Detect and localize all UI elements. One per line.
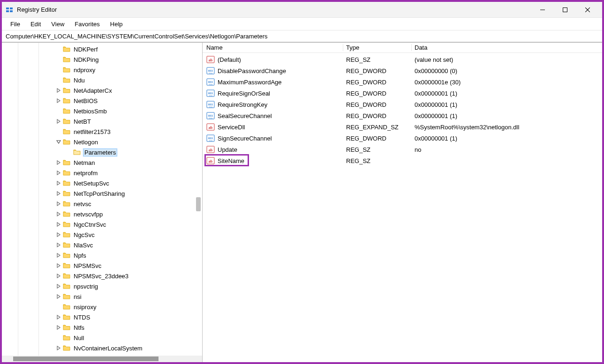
tree-item[interactable]: NetTcpPortSharing [2,188,202,199]
tree-item[interactable]: Parameters [2,147,202,157]
chevron-right-icon[interactable] [55,170,62,176]
tree-item[interactable]: NetAdapterCx [2,85,202,96]
tree-item[interactable]: NlaSvc [2,240,202,250]
content-area: NDKPerf NDKPing ndproxy Ndu NetAdapterCx… [2,42,602,362]
tree-item[interactable]: NDKPerf [2,44,202,54]
value-data: 0x00000001 (1) [412,112,602,119]
chevron-right-icon[interactable] [55,97,62,104]
tree-item[interactable]: NTDS [2,312,202,322]
tree-item[interactable]: Ndu [2,75,202,85]
folder-icon [63,345,70,351]
chevron-right-icon[interactable] [55,211,62,217]
tree-item[interactable]: netprofm [2,168,202,178]
tree-item[interactable]: Npfs [2,250,202,260]
tree-horizontal-scrollbar[interactable] [2,356,202,362]
chevron-right-icon[interactable] [55,242,62,248]
menu-favorites[interactable]: Favorites [70,19,104,29]
column-type[interactable]: Type [343,44,412,51]
tree-item[interactable]: NgcSvc [2,230,202,240]
chevron-right-icon[interactable] [55,201,62,207]
folder-icon [63,211,70,217]
tree-item[interactable]: NDKPing [2,54,202,65]
menu-file[interactable]: File [6,19,25,29]
value-row[interactable]: ab SiteNameREG_SZ [203,155,602,166]
chevron-right-icon[interactable] [55,252,62,259]
chevron-right-icon[interactable] [55,324,62,331]
folder-icon [63,128,70,135]
svg-text:110: 110 [209,72,212,74]
tree-item[interactable]: netvscvfpp [2,209,202,219]
chevron-right-icon[interactable] [55,159,62,166]
chevron-right-icon[interactable] [55,262,62,269]
tree-item[interactable]: NPSMSvc [2,260,202,271]
folder-icon [63,283,70,290]
tree-item-label: NgcSvc [74,231,95,238]
value-row[interactable]: 011 110 DisablePasswordChangeREG_DWORD0x… [203,65,602,76]
tree-item[interactable]: netfilter21573 [2,126,202,137]
string-value-icon: ab [206,123,215,131]
value-row[interactable]: ab (Default)REG_SZ(value not set) [203,54,602,65]
value-row[interactable]: 011 110 MaximumPasswordAgeREG_DWORD0x000… [203,76,602,88]
expander-empty [66,149,72,156]
chevron-right-icon[interactable] [55,273,62,279]
close-button[interactable] [577,3,598,17]
value-row[interactable]: 011 110 RequireSignOrSealREG_DWORD0x0000… [203,88,602,99]
tree-item[interactable]: ndproxy [2,65,202,75]
chevron-right-icon[interactable] [55,180,62,186]
dword-value-icon: 011 110 [206,78,215,86]
chevron-right-icon[interactable] [55,345,62,351]
tree-horizontal-scrollbar-thumb[interactable] [13,357,159,361]
tree-item[interactable]: Null [2,333,202,343]
tree-item[interactable]: NvContainerLocalSystem [2,343,202,353]
maximize-button[interactable] [554,3,576,17]
tree-item-label: NetBIOS [74,97,98,104]
address-bar[interactable]: Computer\HKEY_LOCAL_MACHINE\SYSTEM\Curre… [2,30,602,42]
tree-item[interactable]: NetbiosSmb [2,106,202,116]
tree-scroll[interactable]: NDKPerf NDKPing ndproxy Ndu NetAdapterCx… [2,43,202,356]
chevron-right-icon[interactable] [55,314,62,320]
value-row[interactable]: 011 110 RequireStrongKeyREG_DWORD0x00000… [203,99,602,110]
expander-empty [55,56,62,63]
value-row[interactable]: 011 110 SignSecureChannelREG_DWORD0x0000… [203,133,602,144]
menu-help[interactable]: Help [106,19,128,29]
tree-item[interactable]: NetBT [2,116,202,126]
menu-view[interactable]: View [46,19,69,29]
tree-item[interactable]: NPSMSvc_23ddee3 [2,271,202,281]
tree-item[interactable]: Ntfs [2,322,202,333]
menu-edit[interactable]: Edit [26,19,45,29]
chevron-down-icon[interactable] [55,139,62,145]
tree-item-label: NlaSvc [74,242,93,249]
chevron-right-icon[interactable] [55,118,62,125]
column-data[interactable]: Data [412,44,602,51]
folder-open-icon [73,149,81,156]
tree-item-label: nsiproxy [74,304,96,311]
tree-item[interactable]: NetSetupSvc [2,178,202,188]
chevron-right-icon[interactable] [55,87,62,94]
value-row[interactable]: ab ServiceDllREG_EXPAND_SZ%SystemRoot%\s… [203,121,602,133]
tree-item[interactable]: nsiproxy [2,302,202,312]
tree-item[interactable]: netvsc [2,199,202,209]
tree-item[interactable]: NetBIOS [2,96,202,106]
chevron-right-icon[interactable] [55,293,62,300]
regedit-app-icon [6,6,13,14]
chevron-right-icon[interactable] [55,221,62,228]
chevron-right-icon[interactable] [55,283,62,290]
tree-vertical-scrollbar[interactable] [196,197,201,211]
tree-item[interactable]: Netlogon [2,137,202,147]
folder-icon [63,334,70,341]
value-row[interactable]: ab UpdateREG_SZno [203,144,602,155]
tree-item[interactable]: Netman [2,157,202,168]
tree-item-label: Npfs [74,252,86,259]
column-name[interactable]: Name [203,44,343,51]
tree-item[interactable]: NgcCtnrSvc [2,219,202,230]
tree-item[interactable]: nsi [2,291,202,302]
tree-item[interactable]: npsvctrig [2,281,202,291]
svg-rect-5 [563,7,567,12]
tree-item-label: Ndu [74,77,85,84]
minimize-button[interactable] [532,3,553,17]
chevron-right-icon[interactable] [55,190,62,197]
expander-empty [55,304,62,310]
chevron-right-icon[interactable] [55,231,62,238]
tree-item-label: ndproxy [74,67,95,74]
value-row[interactable]: 011 110 SealSecureChannelREG_DWORD0x0000… [203,110,602,121]
